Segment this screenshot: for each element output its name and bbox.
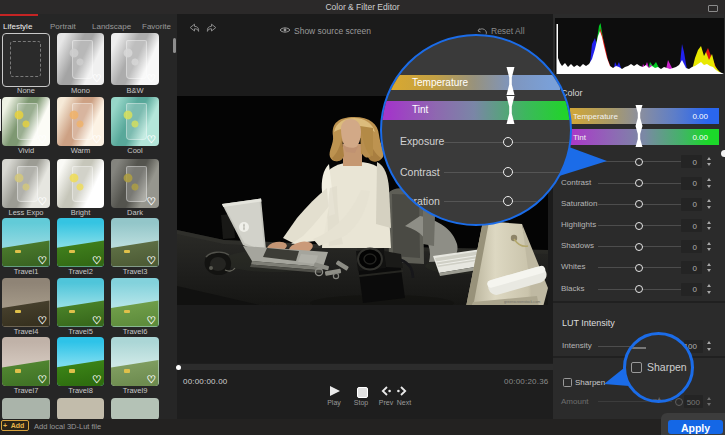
svg-text:greenscreenstock.com: greenscreenstock.com <box>504 300 540 304</box>
